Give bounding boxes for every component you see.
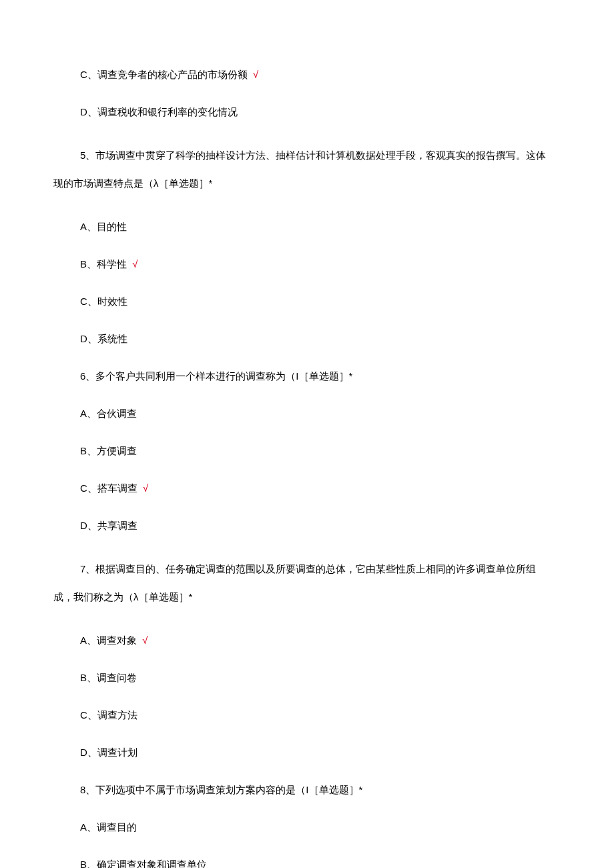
question-text-line2: 现的市场调查特点是（λ［单选题］* — [53, 177, 212, 189]
question-text: 6、多个客户共同利用一个样本进行的调查称为（I［单选题］* — [80, 370, 352, 382]
check-icon: √ — [132, 258, 137, 270]
q7-option-a: A、调查对象 √ — [53, 632, 561, 648]
question-text: 8、下列选项中不属于市场调查策划方案内容的是（I［单选题］* — [80, 784, 362, 795]
option-text: A、调查对象 — [80, 634, 137, 646]
option-text: C、调查竞争者的核心产品的市场份额 — [80, 69, 248, 80]
option-text: A、目的性 — [80, 221, 127, 232]
question-text-line2: 成，我们称之为（λ［单选题］* — [53, 591, 192, 602]
q5-option-b: B、科学性 √ — [53, 256, 561, 272]
check-icon: √ — [143, 482, 148, 494]
q5-option-d: D、系统性 — [53, 331, 561, 347]
option-text: D、共享调查 — [80, 520, 137, 531]
q5-option-c: C、时效性 — [53, 294, 561, 310]
check-icon: √ — [253, 69, 258, 80]
option-text: C、时效性 — [80, 296, 127, 307]
option-text: D、系统性 — [80, 333, 127, 344]
q7-option-b: B、调查问卷 — [53, 670, 561, 686]
q5-question: 5、市场调查中贯穿了科学的抽样设计方法、抽样估计和计算机数据处理手段，客观真实的… — [53, 141, 561, 197]
q6-question: 6、多个客户共同利用一个样本进行的调查称为（I［单选题］* — [53, 368, 561, 384]
option-text: B、科学性 — [80, 258, 127, 270]
q7-question: 7、根据调查目的、任务确定调查的范围以及所要调查的总体，它由某些性质上相同的许多… — [53, 555, 561, 611]
q6-option-c: C、搭车调查 √ — [53, 480, 561, 496]
q4-option-d: D、调查税收和银行利率的变化情况 — [53, 104, 561, 120]
q4-option-c: C、调查竞争者的核心产品的市场份额 √ — [53, 67, 561, 83]
option-text: A、调查目的 — [80, 821, 137, 833]
q6-option-a: A、合伙调查 — [53, 406, 561, 422]
q8-option-b: B、确定调查对象和调查单位 — [53, 857, 561, 868]
q7-option-d: D、调查计划 — [53, 745, 561, 761]
option-text: B、确定调查对象和调查单位 — [80, 859, 207, 868]
option-text: D、调查计划 — [80, 747, 137, 758]
q6-option-b: B、方便调查 — [53, 443, 561, 459]
option-text: B、方便调查 — [80, 445, 137, 456]
option-text: A、合伙调查 — [80, 408, 137, 419]
q8-question: 8、下列选项中不属于市场调查策划方案内容的是（I［单选题］* — [53, 782, 561, 798]
option-text: B、调查问卷 — [80, 672, 137, 683]
option-text: C、调查方法 — [80, 709, 137, 721]
option-text: D、调查税收和银行利率的变化情况 — [80, 106, 238, 117]
option-text: C、搭车调查 — [80, 482, 137, 494]
q7-option-c: C、调查方法 — [53, 707, 561, 723]
question-text-line1: 7、根据调查目的、任务确定调查的范围以及所要调查的总体，它由某些性质上相同的许多… — [53, 563, 536, 574]
q8-option-a: A、调查目的 — [53, 819, 561, 835]
q6-option-d: D、共享调查 — [53, 518, 561, 534]
q5-option-a: A、目的性 — [53, 219, 561, 235]
check-icon: √ — [142, 634, 147, 646]
question-text-line1: 5、市场调查中贯穿了科学的抽样设计方法、抽样估计和计算机数据处理手段，客观真实的… — [53, 149, 546, 161]
